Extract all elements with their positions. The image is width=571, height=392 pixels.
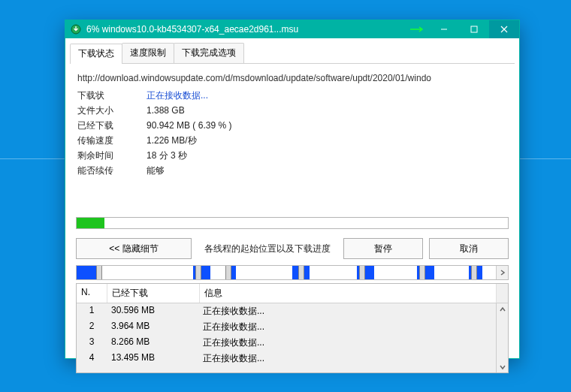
tab-on-complete[interactable]: 下载完成选项	[174, 43, 244, 63]
downloaded-label: 已经下载	[77, 118, 147, 133]
threads-scroll-right[interactable]	[496, 266, 508, 279]
speed-value: 1.226 MB/秒	[147, 133, 197, 148]
thread-marker[interactable]	[359, 266, 365, 279]
thread-marker[interactable]	[419, 266, 425, 279]
download-url: http://download.windowsupdate.com/d/msdo…	[77, 70, 507, 88]
maximize-button[interactable]	[459, 20, 489, 38]
downloaded-value: 90.942 MB ( 6.39 % )	[147, 118, 231, 133]
resume-label: 能否续传	[77, 163, 147, 178]
window-title: 6% windows10.0-kb4534307-x64_aecae2d961.…	[86, 24, 406, 35]
scroll-down-icon[interactable]	[497, 361, 508, 372]
table-body: 130.596 MB正在接收数据...23.964 MB正在接收数据...38.…	[77, 303, 508, 372]
table-header: N. 已经下载 信息	[77, 284, 508, 303]
tab-speed-limit[interactable]: 速度限制	[122, 43, 174, 63]
client-area: 下载状态 速度限制 下载完成选项 http://download.windows…	[65, 38, 519, 358]
table-row[interactable]: 23.964 MB正在接收数据...	[77, 319, 508, 335]
cell-info: 正在接收数据...	[198, 320, 508, 334]
thread-marker[interactable]	[471, 266, 477, 279]
titlebar[interactable]: 6% windows10.0-kb4534307-x64_aecae2d961.…	[65, 20, 519, 38]
cell-n: 1	[77, 304, 107, 318]
col-downloaded[interactable]: 已经下载	[107, 284, 200, 303]
table-row[interactable]: 130.596 MB正在接收数据...	[77, 303, 508, 319]
app-icon	[70, 23, 82, 35]
cell-n: 4	[77, 351, 107, 366]
cell-info: 正在接收数据...	[198, 351, 508, 366]
status-label: 下载状	[77, 88, 147, 103]
cell-info: 正在接收数据...	[198, 304, 508, 318]
cell-downloaded: 3.964 MB	[107, 320, 198, 334]
cell-n: 3	[77, 336, 107, 350]
thread-marker[interactable]	[225, 266, 231, 279]
close-button[interactable]	[489, 20, 519, 38]
col-number[interactable]: N.	[77, 284, 107, 303]
progress-bar	[76, 217, 509, 229]
download-dialog: 6% windows10.0-kb4534307-x64_aecae2d961.…	[65, 20, 520, 359]
thread-marker[interactable]	[96, 266, 102, 279]
tab-status[interactable]: 下载状态	[70, 44, 122, 64]
transfer-arrow-icon	[406, 26, 429, 32]
minimize-button[interactable]	[429, 20, 459, 38]
scroll-up-icon[interactable]	[497, 303, 508, 315]
table-row[interactable]: 38.266 MB正在接收数据...	[77, 335, 508, 351]
svg-rect-1	[471, 26, 477, 32]
timeleft-label: 剩余时间	[77, 148, 147, 163]
cell-downloaded: 30.596 MB	[107, 304, 198, 318]
button-row: << 隐藏细节 各线程的起始位置以及下载进度 暂停 取消	[65, 237, 519, 265]
col-scroll-corner	[497, 284, 508, 303]
cell-n: 2	[77, 320, 107, 334]
speed-label: 传输速度	[77, 133, 147, 148]
hide-details-button[interactable]: << 隐藏细节	[76, 238, 192, 259]
filesize-label: 文件大小	[77, 103, 147, 118]
thread-marker[interactable]	[298, 266, 304, 279]
threads-table: N. 已经下载 信息 130.596 MB正在接收数据...23.964 MB正…	[76, 283, 509, 373]
table-scrollbar[interactable]	[496, 303, 508, 372]
timeleft-value: 18 分 3 秒	[147, 148, 187, 163]
pause-button[interactable]: 暂停	[343, 238, 423, 259]
thread-marker[interactable]	[195, 266, 201, 279]
thread-positions-bar[interactable]	[76, 265, 509, 280]
desktop: 6% windows10.0-kb4534307-x64_aecae2d961.…	[0, 0, 571, 392]
table-row[interactable]: 413.495 MB正在接收数据...	[77, 351, 508, 366]
cell-downloaded: 13.495 MB	[107, 351, 198, 366]
progress-fill	[77, 218, 104, 228]
cell-info: 正在接收数据...	[198, 336, 508, 350]
resume-value: 能够	[147, 163, 165, 178]
threads-caption: 各线程的起始位置以及下载进度	[198, 243, 337, 255]
tabstrip: 下载状态 速度限制 下载完成选项	[70, 43, 515, 64]
status-value: 正在接收数据...	[147, 88, 208, 103]
status-panel: http://download.windowsupdate.com/d/msdo…	[65, 64, 519, 210]
filesize-value: 1.388 GB	[147, 103, 185, 118]
col-info[interactable]: 信息	[200, 284, 497, 303]
cell-downloaded: 8.266 MB	[107, 336, 198, 350]
cancel-button[interactable]: 取消	[429, 238, 509, 259]
